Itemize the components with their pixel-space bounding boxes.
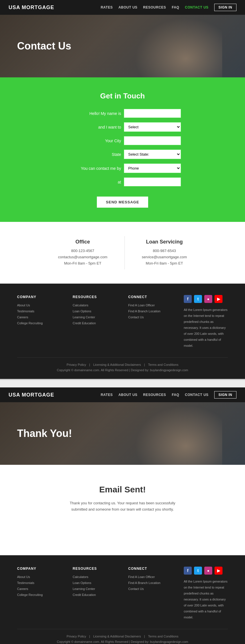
privacy2-link[interactable]: Privacy Policy (67, 635, 86, 638)
footer-testimonials[interactable]: Testimonials (17, 308, 61, 314)
facebook-icon[interactable]: f (184, 295, 192, 303)
licensing-link[interactable]: Licensing & Additional Disclaimers (93, 363, 141, 366)
footer-loan-options[interactable]: Loan Options (73, 308, 117, 314)
copyright2: Copyright © domainname.com. All Rights R… (17, 639, 228, 644)
divider-1: | (89, 363, 91, 366)
name-input[interactable] (124, 109, 181, 118)
footer-find-loan[interactable]: Find A Loan Officer (128, 302, 172, 308)
terms-link[interactable]: Terms and Conditions (148, 363, 178, 366)
divider3: | (89, 635, 91, 638)
nav-faq[interactable]: FAQ (172, 5, 179, 9)
loan-phone: 800-987-6543 (142, 248, 187, 254)
footer-2: COMPANY About Us Testimonials Careers Co… (0, 555, 245, 644)
office-right: Loan Servicing 800-987-6543 service@usam… (124, 236, 204, 269)
nav-resources[interactable]: RESOURCES (143, 5, 166, 9)
nav2-contact[interactable]: CONTACT US (185, 393, 209, 397)
footer2-links-row: Privacy Policy | Licensing & Additional … (17, 634, 228, 639)
company-heading: COMPANY (17, 295, 61, 299)
office-hours: Mon-Fri 8am - 5pm ET (58, 260, 107, 267)
footer-calculators[interactable]: Calculators (73, 302, 117, 308)
thankyou-hero-title: Thank You! (17, 428, 72, 439)
bottom-spacer (0, 532, 245, 555)
footer2-find-loan[interactable]: Find A Loan Officer (128, 574, 172, 580)
facebook2-icon[interactable]: f (184, 567, 192, 575)
footer2-learning[interactable]: Learning Center (73, 586, 117, 592)
instagram-icon[interactable]: ● (204, 295, 212, 303)
social-icons: f t ● ▶ (184, 295, 228, 303)
footer2-bottom: Privacy Policy | Licensing & Additional … (17, 629, 228, 644)
header-2: USA MORTGAGE RATES ABOUT US RESOURCES FA… (0, 387, 245, 402)
footer-connect: CONNECT Find A Loan Officer Find A Branc… (128, 295, 172, 348)
footer2-description: All the Lorem Ipsum generators on the In… (184, 579, 228, 620)
footer-bottom: Privacy Policy | Licensing & Additional … (17, 357, 228, 373)
thankyou-hero-content: Thank You! (17, 428, 72, 439)
youtube-icon[interactable]: ▶ (215, 295, 222, 303)
footer-about[interactable]: About Us (17, 302, 61, 308)
footer-social-col: f t ● ▶ All the Lorem Ipsum generators o… (184, 295, 228, 348)
copyright: Copyright © domainname.com. All Rights R… (17, 368, 228, 373)
footer-learning[interactable]: Learning Center (73, 314, 117, 320)
resources2-heading: RESOURCES (73, 567, 117, 571)
nav2-rates[interactable]: RATES (101, 393, 113, 397)
footer2-calculators[interactable]: Calculators (73, 574, 117, 580)
main-nav: RATES ABOUT US RESOURCES FAQ CONTACT US … (101, 4, 236, 11)
site-logo: USA MORTGAGE (9, 5, 54, 11)
send-button[interactable]: SEND MESSAGE (97, 197, 148, 208)
thankyou-section: Email Sent! Thank you for contacting us.… (0, 465, 245, 532)
contact-method-select[interactable]: Phone Email (124, 164, 181, 173)
contact-form-section: Get in Touch Hello! My name is and I wan… (0, 77, 245, 222)
loan-title: Loan Servicing (142, 239, 187, 245)
divider4: | (144, 635, 146, 638)
office-section: Office 800-123-4567 contactus@usamortgag… (0, 222, 245, 284)
instagram2-icon[interactable]: ● (204, 567, 212, 575)
twitter-icon[interactable]: t (194, 295, 202, 303)
footer2-find-branch[interactable]: Find A Branch Location (128, 580, 172, 586)
footer-credit[interactable]: Credit Education (73, 320, 117, 326)
footer2-resources: RESOURCES Calculators Loan Options Learn… (73, 567, 117, 620)
hero-content: Contact Us (17, 40, 71, 52)
footer-resources: RESOURCES Calculators Loan Options Learn… (73, 295, 117, 348)
footer2-careers[interactable]: Careers (17, 586, 61, 592)
footer-careers[interactable]: Careers (17, 314, 61, 320)
divider-2: | (144, 363, 146, 366)
footer-college[interactable]: College Recruiting (17, 320, 61, 326)
state-select[interactable]: Select State: Alabama Alaska Arizona Cal… (124, 150, 181, 159)
signin-button-2[interactable]: SIGN IN (214, 391, 236, 399)
city-row: Your City (40, 136, 205, 145)
footer2-testimonials[interactable]: Testimonials (17, 580, 61, 586)
twitter2-icon[interactable]: t (194, 567, 202, 575)
email-sent-text: Thank you for contacting us. Your reques… (66, 500, 179, 513)
terms2-link[interactable]: Terms and Conditions (148, 635, 178, 638)
footer2-connect: CONNECT Find A Loan Officer Find A Branc… (128, 567, 172, 620)
footer2-contact[interactable]: Contact Us (128, 586, 172, 592)
footer-company: COMPANY About Us Testimonials Careers Co… (17, 295, 61, 348)
licensing2-link[interactable]: Licensing & Additional Disclaimers (93, 635, 141, 638)
nav2-resources[interactable]: RESOURCES (143, 393, 166, 397)
youtube2-icon[interactable]: ▶ (215, 567, 222, 575)
footer2-about[interactable]: About Us (17, 574, 61, 580)
loan-hours: Mon-Fri 8am - 5pm ET (142, 260, 187, 267)
office-email: contactus@usamortgage.com (58, 254, 107, 260)
office-left: Office 800-123-4567 contactus@usamortgag… (41, 236, 124, 269)
nav-contact[interactable]: CONTACT US (185, 5, 209, 9)
privacy-link[interactable]: Privacy Policy (67, 363, 86, 366)
main-nav-2: RATES ABOUT US RESOURCES FAQ CONTACT US … (101, 391, 236, 399)
want-label: and I want to (64, 125, 121, 129)
nav-about[interactable]: ABOUT US (119, 5, 138, 9)
nav2-about[interactable]: ABOUT US (119, 393, 138, 397)
state-row: State Select State: Alabama Alaska Arizo… (40, 150, 205, 159)
want-select[interactable]: Select Purchase a Home Refinance Get Pre… (124, 122, 181, 132)
footer2-credit[interactable]: Credit Education (73, 592, 117, 598)
at-input[interactable] (124, 177, 181, 186)
footer-find-branch[interactable]: Find A Branch Location (128, 308, 172, 314)
nav2-faq[interactable]: FAQ (172, 393, 179, 397)
footer2-college[interactable]: College Recruiting (17, 592, 61, 598)
state-label: State (64, 152, 121, 157)
nav-rates[interactable]: RATES (101, 5, 113, 9)
signin-button[interactable]: SIGN IN (214, 4, 236, 11)
contact-method-label: You can contact me by (64, 166, 121, 171)
footer2-loan-options[interactable]: Loan Options (73, 580, 117, 586)
footer-contact[interactable]: Contact Us (128, 314, 172, 320)
city-label: Your City (64, 139, 121, 143)
city-input[interactable] (124, 136, 181, 145)
